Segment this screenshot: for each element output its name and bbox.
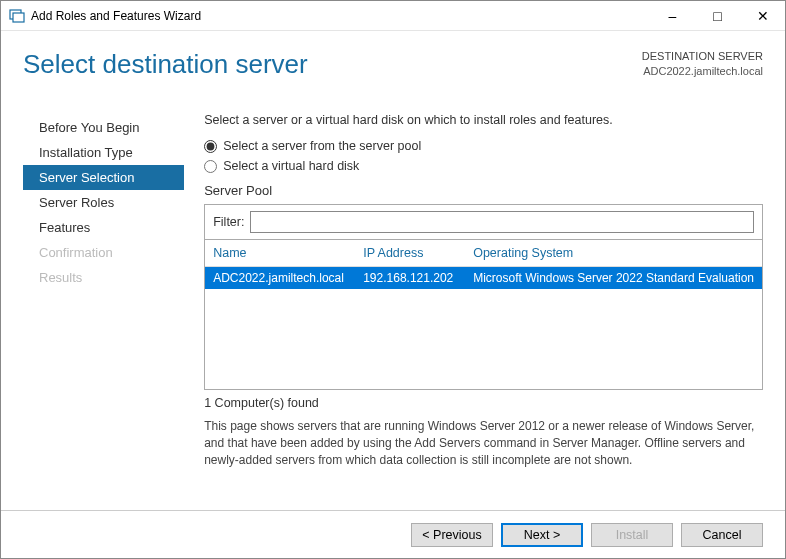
destination-box: DESTINATION SERVER ADC2022.jamiltech.loc… xyxy=(642,49,763,79)
app-icon xyxy=(9,8,25,24)
page-title: Select destination server xyxy=(23,49,642,80)
sidebar-item-results: Results xyxy=(23,265,184,290)
destination-value: ADC2022.jamiltech.local xyxy=(642,64,763,79)
sidebar-item-confirmation: Confirmation xyxy=(23,240,184,265)
computer-count: 1 Computer(s) found xyxy=(204,396,763,410)
footer: < Previous Next > Install Cancel xyxy=(1,510,785,558)
next-button[interactable]: Next > xyxy=(501,523,583,547)
filter-label: Filter: xyxy=(213,215,244,229)
destination-label: DESTINATION SERVER xyxy=(642,49,763,64)
radio-vhd-input[interactable] xyxy=(204,160,217,173)
close-button[interactable]: ✕ xyxy=(740,1,785,30)
table-header: Name IP Address Operating System xyxy=(205,240,762,267)
previous-button[interactable]: < Previous xyxy=(411,523,493,547)
col-header-os[interactable]: Operating System xyxy=(473,246,754,260)
svg-rect-1 xyxy=(13,13,24,22)
radio-server-pool-label: Select a server from the server pool xyxy=(223,139,421,153)
cancel-button[interactable]: Cancel xyxy=(681,523,763,547)
header: Select destination server DESTINATION SE… xyxy=(1,31,785,90)
maximize-button[interactable]: □ xyxy=(695,1,740,30)
radio-vhd-label: Select a virtual hard disk xyxy=(223,159,359,173)
window-title: Add Roles and Features Wizard xyxy=(31,9,650,23)
col-header-ip[interactable]: IP Address xyxy=(363,246,473,260)
server-pool-label: Server Pool xyxy=(204,183,763,198)
radio-server-pool-input[interactable] xyxy=(204,140,217,153)
table-row[interactable]: ADC2022.jamiltech.local192.168.121.202Mi… xyxy=(205,267,762,289)
sidebar-item-before-you-begin[interactable]: Before You Begin xyxy=(23,115,184,140)
sidebar-item-server-roles[interactable]: Server Roles xyxy=(23,190,184,215)
titlebar: Add Roles and Features Wizard – □ ✕ xyxy=(1,1,785,31)
hint-text: This page shows servers that are running… xyxy=(204,418,763,469)
cell-ip: 192.168.121.202 xyxy=(363,271,473,285)
radio-server-pool[interactable]: Select a server from the server pool xyxy=(204,139,763,153)
minimize-button[interactable]: – xyxy=(650,1,695,30)
instruction-text: Select a server or a virtual hard disk o… xyxy=(204,113,763,127)
install-button[interactable]: Install xyxy=(591,523,673,547)
sidebar-item-features[interactable]: Features xyxy=(23,215,184,240)
main-panel: Select a server or a virtual hard disk o… xyxy=(184,105,763,506)
filter-box: Filter: xyxy=(204,204,763,240)
radio-vhd[interactable]: Select a virtual hard disk xyxy=(204,159,763,173)
sidebar: Before You BeginInstallation TypeServer … xyxy=(23,105,184,506)
sidebar-item-server-selection[interactable]: Server Selection xyxy=(23,165,184,190)
cell-name: ADC2022.jamiltech.local xyxy=(213,271,363,285)
filter-input[interactable] xyxy=(250,211,754,233)
sidebar-item-installation-type[interactable]: Installation Type xyxy=(23,140,184,165)
cell-os: Microsoft Windows Server 2022 Standard E… xyxy=(473,271,754,285)
server-table: Name IP Address Operating System ADC2022… xyxy=(204,240,763,390)
col-header-name[interactable]: Name xyxy=(213,246,363,260)
